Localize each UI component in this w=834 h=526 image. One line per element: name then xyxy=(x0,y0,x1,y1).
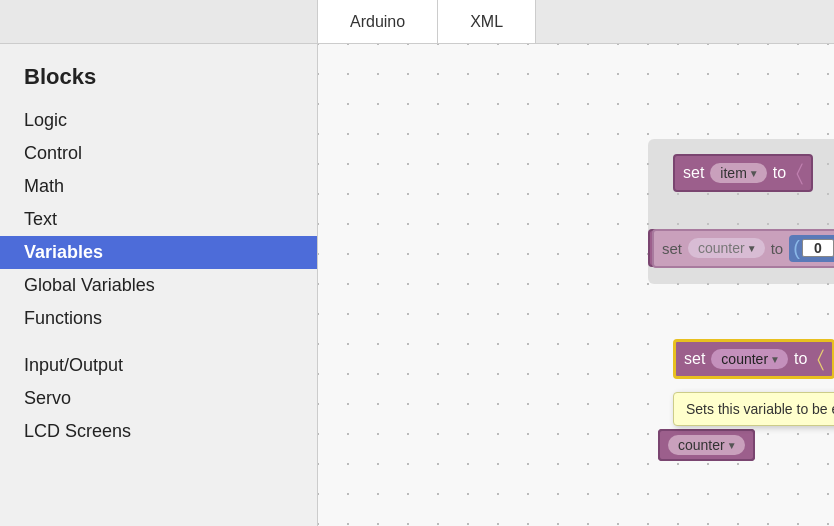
counter-pill-inner[interactable]: counter ▼ xyxy=(688,238,765,258)
sidebar-item-lcd-screens[interactable]: LCD Screens xyxy=(0,415,317,448)
arrow-icon-inner: ▼ xyxy=(747,243,757,254)
left-bracket: ( xyxy=(793,237,800,260)
tab-xml-label: XML xyxy=(470,13,503,31)
set-label-1: set xyxy=(683,164,704,182)
connector-right-1: 〈 xyxy=(796,160,803,186)
sidebar-title: Blocks xyxy=(0,56,317,104)
sidebar-item-text[interactable]: Text xyxy=(0,203,317,236)
main-area: Blocks Logic Control Math Text Variables… xyxy=(0,44,834,526)
open-connector-outer: 〈 xyxy=(817,346,824,372)
sidebar-item-functions[interactable]: Functions xyxy=(0,302,317,335)
tab-spacer xyxy=(0,0,318,43)
counter-block-2[interactable]: counter ▼ xyxy=(658,429,755,461)
num-value-block[interactable]: ( xyxy=(789,235,834,262)
item-counter-row: 〉 item ▼ set counter ▼ to ( xyxy=(648,229,788,267)
counter-var-2: counter xyxy=(678,437,725,453)
set-label-outer: set xyxy=(684,350,705,368)
tab-bar: Arduino XML xyxy=(0,0,834,44)
sidebar-item-logic[interactable]: Logic xyxy=(0,104,317,137)
arrow-icon-1: ▼ xyxy=(749,168,759,179)
sidebar-item-input-output[interactable]: Input/Output xyxy=(0,349,317,382)
sidebar-item-servo[interactable]: Servo xyxy=(0,382,317,415)
set-counter-inner-block[interactable]: set counter ▼ to ( xyxy=(652,229,834,268)
sidebar: Blocks Logic Control Math Text Variables… xyxy=(0,44,318,526)
arrow-icon-outer: ▼ xyxy=(770,354,780,365)
to-label-outer: to xyxy=(794,350,807,368)
set-counter-outer-block[interactable]: set counter ▼ to 〈 xyxy=(673,339,834,379)
counter-var-inner: counter xyxy=(698,240,745,256)
counter-pill-2[interactable]: counter ▼ xyxy=(668,435,745,455)
set-label-inner: set xyxy=(662,240,682,257)
sidebar-item-control[interactable]: Control xyxy=(0,137,317,170)
block-container: set item ▼ to 〈 〉 item ▼ xyxy=(318,44,834,526)
num-value-input[interactable] xyxy=(802,239,834,257)
sidebar-item-variables[interactable]: Variables xyxy=(0,236,317,269)
workspace: set item ▼ to 〈 〉 item ▼ xyxy=(318,44,834,526)
item-var-label-1: item xyxy=(720,165,746,181)
to-label-inner: to xyxy=(771,240,784,257)
tab-arduino[interactable]: Arduino xyxy=(318,0,438,43)
tooltip-box: Sets this variable to be equal to the in… xyxy=(673,392,834,426)
sidebar-item-global-variables[interactable]: Global Variables xyxy=(0,269,317,302)
sidebar-sep xyxy=(0,335,317,349)
to-label-1: to xyxy=(773,164,786,182)
set-item-block[interactable]: set item ▼ to 〈 xyxy=(673,154,813,192)
tooltip-text: Sets this variable to be equal to the in… xyxy=(686,401,834,417)
counter-pill-outer[interactable]: counter ▼ xyxy=(711,349,788,369)
bottom-row: 〉 counter ▼ ial Print counter ▼ xyxy=(658,432,736,458)
arrow-icon-b2: ▼ xyxy=(727,440,737,451)
sidebar-item-math[interactable]: Math xyxy=(0,170,317,203)
tab-arduino-label: Arduino xyxy=(350,13,405,31)
item-pill-1[interactable]: item ▼ xyxy=(710,163,766,183)
tab-xml[interactable]: XML xyxy=(438,0,536,43)
counter-var-outer: counter xyxy=(721,351,768,367)
